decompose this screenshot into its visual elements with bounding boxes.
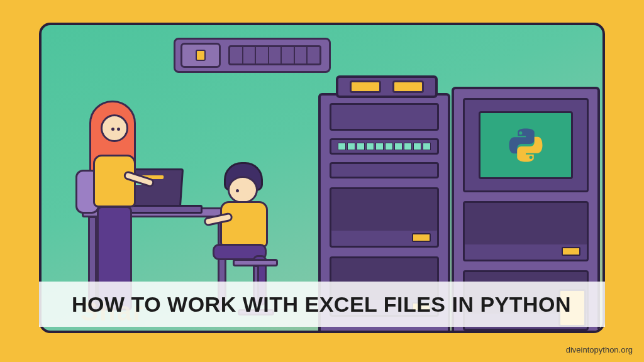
rack-indicator-bar [330, 138, 439, 155]
drive-bay [330, 187, 439, 248]
shirt [220, 201, 268, 248]
source-credit: diveintopython.org [566, 345, 633, 354]
monitor-screen [479, 111, 573, 179]
python-logo-icon [508, 128, 543, 163]
rack-end-cap [180, 43, 221, 68]
title-banner: HOW TO WORK WITH EXCEL FILES IN PYTHON [39, 282, 605, 327]
rack-panel [330, 162, 439, 178]
page-title: HOW TO WORK WITH EXCEL FILES IN PYTHON [72, 292, 571, 317]
server-rack-top-cartridges [336, 75, 438, 98]
wall-mounted-rack [174, 38, 331, 73]
rack-slots [228, 45, 321, 65]
shirt [93, 155, 136, 207]
drive-bay [463, 201, 589, 261]
face [228, 176, 258, 204]
face [101, 114, 128, 142]
rack-panel [330, 103, 439, 131]
monitor-bezel [463, 98, 589, 192]
